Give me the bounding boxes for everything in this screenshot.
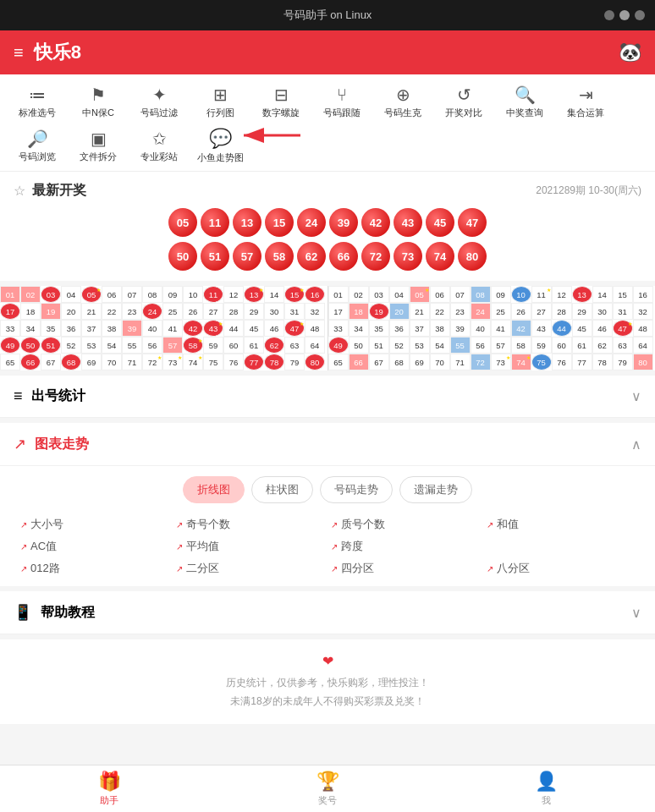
option-ac[interactable]: ↗ AC值 <box>20 539 169 554</box>
r-cell-55: 55 <box>450 337 471 354</box>
hamburger-menu[interactable]: ≡ <box>14 43 24 63</box>
grid-row-right-1: 01 02 03 04 05 06 07 08 09 10 11 12 13 1… <box>328 286 656 303</box>
tab-number-trend[interactable]: 号码走势 <box>320 476 393 503</box>
ball-57: 57 <box>233 242 261 271</box>
toolbar-birth[interactable]: ⊕ 号码生克 <box>372 81 433 123</box>
cell-38: 38 <box>102 320 122 337</box>
draw-meta: 2021289期 10-30(周六) <box>536 184 641 198</box>
r-cell-60: 60 <box>552 337 572 354</box>
r-cell-46: 46 <box>592 320 613 337</box>
toolbar-fish[interactable]: 💬 小鱼走势图 <box>190 124 250 167</box>
grid-row-right-5: 65 66 67 68 69 70 71 72 73 74 75 76 77 7… <box>328 354 656 370</box>
r-cell-10: 10 <box>511 286 531 303</box>
footer-disclaimer: ❤ 历史统计，仅供参考，快乐购彩，理性投注！ 未满18岁的未成年人不得购买彩票及… <box>0 639 655 724</box>
cell-15: 15 <box>284 286 305 303</box>
r-cell-50: 50 <box>349 337 369 354</box>
option-2zone-label: 二分区 <box>186 561 219 576</box>
r-cell-59: 59 <box>531 337 552 354</box>
cell-67: 67 <box>41 354 61 370</box>
toolbar-pro-label: 专业彩站 <box>140 151 178 163</box>
toolbar-follow-label: 号码跟随 <box>323 107 361 119</box>
option-2zone[interactable]: ↗ 二分区 <box>176 561 325 576</box>
option-8zone[interactable]: ↗ 八分区 <box>487 561 636 576</box>
r-cell-74: 74 <box>511 354 531 370</box>
close-button[interactable] <box>635 10 645 20</box>
cell-78: 78 <box>264 354 284 370</box>
cell-64: 64 <box>305 337 325 354</box>
main-content: ☆ 最新开奖 2021289期 10-30(周六) 05 11 13 15 24… <box>0 172 655 765</box>
r-cell-64: 64 <box>633 337 653 354</box>
footer-text-2: 未满18岁的未成年人不得购买彩票及兑奖！ <box>14 693 641 711</box>
toolbar-compare[interactable]: ↺ 开奖对比 <box>433 81 494 123</box>
cell-14: 14 <box>264 286 284 303</box>
cell-28: 28 <box>223 303 244 320</box>
option-avg[interactable]: ↗ 平均值 <box>176 539 325 554</box>
option-span[interactable]: ↗ 跨度 <box>331 539 480 554</box>
r-cell-17: 17 <box>328 303 349 320</box>
help-header[interactable]: 📱 帮助教程 ∨ <box>0 591 655 634</box>
nav-assistant[interactable]: 🎁 助手 <box>0 765 218 812</box>
toolbar-filter[interactable]: ✦ 号码过滤 <box>129 81 190 123</box>
option-012[interactable]: ↗ 012路 <box>20 561 169 576</box>
cell-18: 18 <box>20 303 41 320</box>
r-cell-27: 27 <box>531 303 552 320</box>
toolbar-calc[interactable]: ⇥ 集合运算 <box>555 81 616 123</box>
cell-36: 36 <box>61 320 81 337</box>
option-sum[interactable]: ↗ 和值 <box>487 517 636 532</box>
r-cell-56: 56 <box>471 337 491 354</box>
bottom-nav: 🎁 助手 🏆 奖号 👤 我 <box>0 765 655 812</box>
toolbar-spiral[interactable]: ⊟ 数字螺旋 <box>250 81 311 123</box>
toolbar-split[interactable]: ▣ 文件拆分 <box>68 125 129 167</box>
draw-stats-header[interactable]: ≡ 出号统计 ∨ <box>0 376 655 418</box>
toolbar-query[interactable]: 🔍 中奖查询 <box>494 81 555 123</box>
stats-icon: ≡ <box>14 387 23 405</box>
nav-me[interactable]: 👤 我 <box>437 765 655 812</box>
toolbar-flag[interactable]: ⚑ 中N保C <box>68 81 129 123</box>
balls-container: 05 11 13 15 24 39 42 43 45 47 50 51 57 5… <box>14 208 641 271</box>
toolbar-pro[interactable]: ✩ 专业彩站 <box>129 125 190 167</box>
r-cell-21: 21 <box>410 303 430 320</box>
toolbar-rows[interactable]: ⊞ 行列图 <box>190 81 250 123</box>
filter-icon: ✦ <box>152 85 167 105</box>
toolbar-row1: ≔ 标准选号 ⚑ 中N保C ✦ 号码过滤 ⊞ 行列图 ⊟ 数字螺旋 ⑂ 号码跟随… <box>0 81 655 123</box>
r-cell-14: 14 <box>592 286 613 303</box>
toolbar-follow[interactable]: ⑂ 号码跟随 <box>311 82 372 123</box>
r-cell-40: 40 <box>471 320 491 337</box>
toolbar-fish-label: 小鱼走势图 <box>197 151 244 164</box>
chart-content: 折线图 柱状图 号码走势 遗漏走势 ↗ 大小号 ↗ 奇号个数 ↗ 质号个数 <box>0 466 655 586</box>
user-icon[interactable]: 🐼 <box>619 41 641 63</box>
cell-58: 58 <box>183 337 203 354</box>
grid-row-left-2: 17 18 19 20 21 22 23 24 25 26 27 28 29 3… <box>0 303 328 320</box>
minimize-button[interactable] <box>604 10 614 20</box>
option-odd-label: 奇号个数 <box>186 517 230 532</box>
option-span-icon: ↗ <box>331 542 338 551</box>
tab-bar-chart[interactable]: 柱状图 <box>251 476 313 503</box>
cell-74: 74 <box>183 354 203 370</box>
toolbar-row2: 🔎 号码浏览 ▣ 文件拆分 ✩ 专业彩站 💬 小鱼走势图 <box>0 124 655 167</box>
maximize-button[interactable] <box>619 10 630 20</box>
nav-assistant-label: 助手 <box>100 794 118 807</box>
option-size[interactable]: ↗ 大小号 <box>20 517 169 532</box>
nav-prize[interactable]: 🏆 奖号 <box>218 765 437 812</box>
option-4zone-label: 四分区 <box>341 561 374 576</box>
toolbar-split-label: 文件拆分 <box>80 151 117 163</box>
cell-72: 72 <box>142 354 162 370</box>
tab-miss-trend[interactable]: 遗漏走势 <box>399 476 472 503</box>
cell-24: 24 <box>142 303 162 320</box>
cell-30: 30 <box>264 303 284 320</box>
option-avg-label: 平均值 <box>186 539 219 554</box>
option-ac-label: AC值 <box>30 539 57 554</box>
grid-row-right-2: 17 18 19 20 21 22 23 24 25 26 27 28 29 3… <box>328 303 656 320</box>
option-012-icon: ↗ <box>20 564 27 573</box>
option-4zone[interactable]: ↗ 四分区 <box>331 561 480 576</box>
toolbar-browse[interactable]: 🔎 号码浏览 <box>7 125 68 167</box>
chart-trend-header[interactable]: ↗ 图表走势 ∧ <box>0 423 655 466</box>
cell-62: 62 <box>264 337 284 354</box>
option-prime-count[interactable]: ↗ 质号个数 <box>331 517 480 532</box>
r-cell-61: 61 <box>572 337 592 354</box>
r-cell-20: 20 <box>389 303 410 320</box>
toolbar-standard[interactable]: ≔ 标准选号 <box>7 81 68 123</box>
option-odd-count[interactable]: ↗ 奇号个数 <box>176 517 325 532</box>
tab-line-chart[interactable]: 折线图 <box>183 476 245 503</box>
grid-wrapper: 01 02 03 04 05 06 07 08 09 10 11 12 13 1… <box>0 286 655 370</box>
